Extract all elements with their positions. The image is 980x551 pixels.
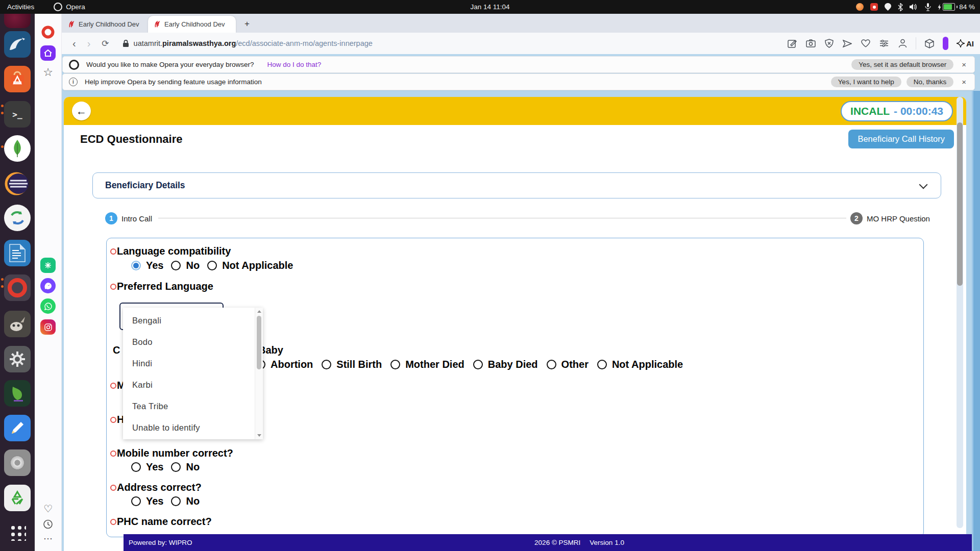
media-app-icon[interactable] bbox=[4, 380, 31, 407]
trash-icon[interactable] bbox=[4, 485, 31, 511]
profile-icon[interactable] bbox=[897, 38, 908, 48]
chatgpt-sidebar-button[interactable] bbox=[40, 258, 56, 273]
aria-ai-button[interactable]: AI bbox=[957, 39, 974, 48]
radio-option[interactable]: Not Applicable bbox=[597, 359, 683, 370]
set-default-button[interactable]: Yes, set it as default browser bbox=[851, 59, 953, 70]
radio-option[interactable]: Other bbox=[547, 359, 589, 370]
show-applications-button[interactable] bbox=[4, 519, 31, 545]
browser-tab-2-active[interactable]: Early Childhood Dev bbox=[148, 16, 236, 33]
no-thanks-button[interactable]: No, thanks bbox=[906, 77, 954, 87]
dropdown-option[interactable]: Bodo bbox=[123, 331, 263, 353]
battery-indicator[interactable]: 84 % bbox=[938, 3, 975, 11]
adblock-shield-icon[interactable] bbox=[824, 38, 834, 48]
radio-icon[interactable] bbox=[131, 496, 141, 506]
reading-tune-icon[interactable] bbox=[879, 38, 889, 48]
tray-record-icon[interactable] bbox=[870, 3, 878, 11]
page-back-button[interactable]: ← bbox=[72, 102, 91, 120]
radio-option[interactable]: Abortion bbox=[256, 359, 313, 370]
messenger-sidebar-button[interactable] bbox=[40, 278, 56, 293]
dropdown-option[interactable]: Bengali bbox=[123, 310, 263, 331]
reload-button[interactable]: ⟳ bbox=[102, 38, 109, 49]
radio-option[interactable]: Baby Died bbox=[473, 359, 538, 370]
new-tab-button[interactable]: + bbox=[241, 18, 253, 30]
instagram-sidebar-button[interactable] bbox=[40, 319, 56, 335]
radio-option[interactable]: Yes bbox=[131, 461, 163, 473]
radio-option[interactable]: No bbox=[171, 461, 200, 473]
mongodb-icon[interactable] bbox=[4, 135, 31, 162]
opera-dock-icon[interactable] bbox=[4, 274, 31, 301]
eclipse-ide-icon[interactable] bbox=[4, 170, 31, 197]
radio-option[interactable]: Still Birth bbox=[322, 359, 382, 370]
mysql-workbench-icon[interactable] bbox=[4, 31, 31, 58]
radio-option[interactable]: No bbox=[171, 260, 200, 271]
how-do-i-link[interactable]: How do I do that? bbox=[267, 61, 321, 68]
focused-app-indicator[interactable]: Opera bbox=[54, 3, 85, 11]
sync-app-icon[interactable] bbox=[4, 205, 31, 231]
close-banner-icon[interactable]: × bbox=[959, 78, 969, 86]
terminal-icon[interactable]: >_ bbox=[4, 101, 31, 128]
send-flow-icon[interactable] bbox=[842, 38, 852, 48]
libreoffice-icon[interactable] bbox=[4, 240, 31, 266]
software-store-icon[interactable] bbox=[4, 66, 31, 92]
browser-scrollbar[interactable] bbox=[972, 91, 980, 551]
history-clock-button[interactable] bbox=[43, 519, 53, 529]
radio-icon[interactable] bbox=[207, 261, 217, 270]
sidebar-toggle-pill[interactable] bbox=[943, 37, 948, 50]
whatsapp-sidebar-button[interactable] bbox=[40, 298, 56, 314]
question-bullet-icon bbox=[110, 519, 116, 525]
want-to-help-button[interactable]: Yes, I want to help bbox=[831, 77, 901, 87]
snapshot-camera-icon[interactable] bbox=[805, 38, 816, 48]
extension-cube-icon[interactable] bbox=[924, 38, 935, 48]
history-heart-button[interactable]: ♡ bbox=[43, 503, 53, 515]
dropdown-scrollbar[interactable] bbox=[255, 308, 263, 439]
radio-icon[interactable] bbox=[390, 360, 400, 369]
step-2-circle[interactable]: 2 bbox=[850, 212, 863, 224]
gimp-icon[interactable] bbox=[4, 311, 31, 337]
scroll-down-icon[interactable] bbox=[257, 434, 261, 437]
dropdown-option[interactable]: Unable to identify bbox=[123, 417, 263, 438]
radio-icon[interactable] bbox=[597, 360, 607, 369]
radio-icon[interactable] bbox=[131, 462, 141, 472]
page-scrollbar[interactable] bbox=[957, 97, 963, 528]
page-scrollbar-thumb[interactable] bbox=[957, 122, 963, 286]
radio-icon[interactable] bbox=[473, 360, 483, 369]
aria-home-button[interactable] bbox=[40, 45, 56, 61]
system-tray[interactable]: 84 % bbox=[856, 3, 975, 11]
chevron-down-icon[interactable] bbox=[919, 181, 928, 189]
tray-app-orange-icon[interactable] bbox=[856, 3, 864, 11]
bookmark-heart-icon[interactable] bbox=[861, 38, 871, 48]
beneficiary-call-history-button[interactable]: Beneficiary Call History bbox=[848, 130, 954, 148]
radio-icon[interactable] bbox=[171, 462, 181, 472]
forward-button[interactable]: › bbox=[87, 38, 91, 49]
close-banner-icon[interactable]: × bbox=[959, 60, 969, 69]
beneficiary-details-accordion[interactable]: Beneficiary Details bbox=[92, 172, 941, 198]
radio-option[interactable]: Mother Died bbox=[390, 359, 464, 370]
text-editor-icon[interactable] bbox=[4, 415, 31, 441]
radio-icon[interactable] bbox=[171, 496, 181, 506]
activities-button[interactable]: Activities bbox=[7, 3, 34, 11]
dropdown-option[interactable]: Tea Tribe bbox=[123, 395, 263, 417]
radio-selected-icon[interactable] bbox=[131, 261, 141, 270]
bookmarks-star-button[interactable]: ☆ bbox=[43, 66, 53, 79]
scrollbar-thumb[interactable] bbox=[257, 316, 261, 369]
radio-icon[interactable] bbox=[547, 360, 556, 369]
browser-tab-1[interactable]: Early Childhood Dev bbox=[62, 16, 149, 33]
edit-page-icon[interactable] bbox=[787, 38, 797, 48]
radio-option[interactable]: Yes bbox=[131, 495, 163, 507]
radio-icon[interactable] bbox=[171, 261, 181, 270]
radio-option[interactable]: No bbox=[171, 495, 200, 507]
radio-option[interactable]: Not Applicable bbox=[207, 260, 293, 271]
radio-option[interactable]: Yes bbox=[131, 260, 163, 271]
dropdown-option[interactable]: Hindi bbox=[123, 353, 263, 374]
settings-icon[interactable] bbox=[4, 346, 31, 372]
disc-burner-icon[interactable] bbox=[4, 449, 31, 476]
step-1-circle[interactable]: 1 bbox=[105, 212, 117, 224]
sidebar-more-button[interactable]: ⋯ bbox=[43, 533, 53, 544]
dropdown-option[interactable]: Karbi bbox=[123, 374, 263, 395]
dock-app-partial-icon[interactable] bbox=[4, 14, 31, 28]
clock[interactable]: Jan 14 11:04 bbox=[470, 3, 509, 11]
address-bar[interactable]: uatamrit.piramalswasthya.org/ecd/associa… bbox=[122, 39, 373, 47]
back-button[interactable]: ‹ bbox=[72, 38, 76, 49]
scroll-up-icon[interactable] bbox=[257, 310, 261, 313]
radio-icon[interactable] bbox=[322, 360, 331, 369]
